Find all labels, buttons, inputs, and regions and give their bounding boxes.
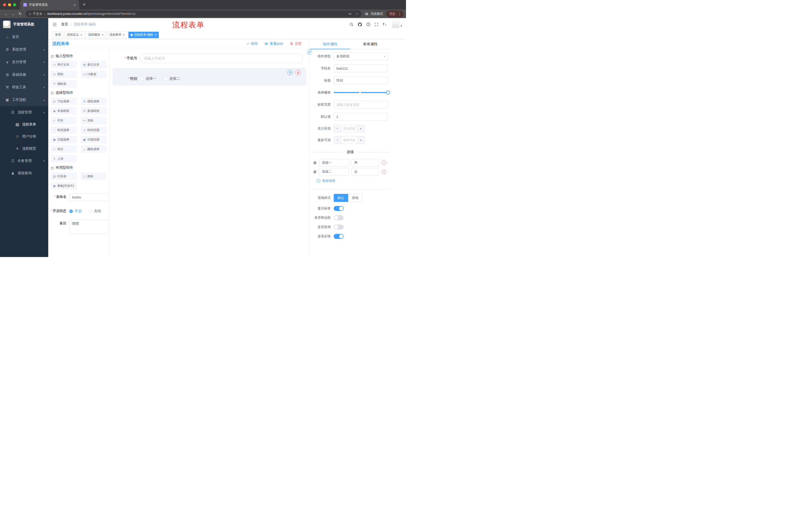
palette-item-switch[interactable]: ◐开关	[51, 117, 77, 124]
palette-item-color-picker[interactable]: ◒颜色选择	[81, 145, 107, 153]
avatar-caret-icon[interactable]: ▾	[401, 24, 402, 27]
browser-menu-icon[interactable]: ⋮	[398, 12, 402, 16]
drag-handle-icon[interactable]	[313, 161, 317, 165]
palette-item-select[interactable]: ◎下拉选择	[51, 98, 77, 105]
status-radio-on[interactable]: 开启	[69, 207, 82, 214]
with-border-toggle[interactable]	[334, 215, 344, 220]
status-radio-off[interactable]: 关闭	[89, 207, 101, 214]
option-style-default-button[interactable]: 默认	[334, 194, 348, 202]
update-button[interactable]: 更新 ⋮	[386, 10, 404, 17]
palette-item-checkbox-group[interactable]: ☑多选框组	[81, 107, 107, 115]
sidebar-item-workflow[interactable]: ▣ 工作流程 ▴	[0, 93, 48, 106]
decrease-button[interactable]: −	[334, 125, 341, 132]
font-size-button[interactable]: TT	[382, 22, 387, 27]
browser-tab[interactable]: 芋道管理系统 ×	[20, 0, 79, 9]
window-minimize-button[interactable]	[8, 3, 11, 6]
decrease-button[interactable]: −	[334, 137, 341, 143]
checkbox-option-one[interactable]: 选项一	[140, 77, 156, 81]
palette-item-time-range[interactable]: ◕时间范围	[81, 126, 107, 134]
window-zoom-button[interactable]	[13, 3, 16, 6]
url-text[interactable]: dashboard.yudao.iocoder.cn/bpm/manager/f…	[47, 12, 347, 16]
palette-item-date-picker[interactable]: ▦日期选择	[51, 136, 77, 143]
tag-process-model[interactable]: 流程模型 ×	[86, 32, 106, 38]
phone-input[interactable]	[140, 54, 303, 63]
password-key-icon[interactable]	[348, 12, 352, 16]
gender-field-block-selected[interactable]: *性别 选项一 选项二	[113, 68, 306, 85]
view-json-button[interactable]: 查看json	[264, 42, 283, 46]
palette-item-rate[interactable]: ☆评分	[51, 145, 77, 153]
github-button[interactable]	[357, 22, 362, 27]
form-name-input[interactable]	[69, 193, 109, 201]
security-label[interactable]: 不安全	[33, 12, 42, 16]
tag-process-definition[interactable]: 流程定义 ×	[64, 32, 85, 38]
option-label-input[interactable]	[319, 159, 349, 166]
form-grid-slider[interactable]	[334, 88, 388, 97]
remove-option-button[interactable]: −	[382, 160, 386, 165]
palette-item-button[interactable]: ▢按钮	[81, 172, 107, 180]
checkbox-box[interactable]	[164, 77, 167, 80]
docs-help-button[interactable]: ?	[366, 22, 371, 27]
address-bar[interactable]: ⚠ 不安全 | dashboard.yudao.iocoder.cn/bpm/m…	[26, 10, 361, 17]
link-badge[interactable]	[307, 50, 312, 55]
palette-item-counter[interactable]: 123计数器	[81, 71, 107, 78]
palette-item-editor[interactable]: ✎编辑器	[51, 80, 77, 87]
disabled-toggle[interactable]	[334, 224, 344, 229]
palette-item-time-picker[interactable]: ◔时间选择	[51, 126, 77, 134]
option-label-input[interactable]	[319, 168, 349, 175]
palette-item-table[interactable]: ▦表格[开发中]	[51, 182, 77, 190]
fullscreen-button[interactable]	[374, 22, 379, 27]
avatar[interactable]	[392, 21, 400, 28]
palette-item-single-line-text[interactable]: ▭单行文本	[51, 61, 77, 69]
palette-item-upload[interactable]: ↥上传	[51, 155, 77, 162]
show-label-toggle[interactable]	[334, 206, 344, 211]
tab-close-icon[interactable]: ×	[73, 3, 77, 7]
tag-process-form[interactable]: 流程表单 ×	[107, 32, 127, 38]
option-value-input[interactable]	[351, 159, 379, 166]
checkbox-option-two[interactable]: 选项二	[164, 77, 180, 81]
remove-option-button[interactable]: −	[382, 169, 386, 174]
search-button[interactable]	[349, 22, 354, 27]
slider-track[interactable]	[334, 92, 388, 93]
title-input[interactable]	[334, 77, 388, 84]
palette-item-radio-group[interactable]: ◉单选框组	[51, 107, 77, 115]
option-value-input[interactable]	[351, 168, 379, 175]
slider-handle[interactable]	[386, 90, 390, 94]
forward-button[interactable]: →	[9, 12, 17, 16]
palette-item-date-range[interactable]: ▩日期范围	[81, 136, 107, 143]
component-type-select[interactable]: 多选框组 ▾	[334, 52, 388, 60]
sidebar-item-infrastructure[interactable]: ⊞ 基础设施 ▾	[0, 69, 48, 81]
clear-button[interactable]: 清空	[290, 42, 302, 46]
sidebar-item-devtools[interactable]: ⚒ 研发工具 ▾	[0, 81, 48, 93]
tab-form-props[interactable]: 表单属性	[350, 39, 390, 49]
back-button[interactable]: ←	[2, 12, 9, 16]
drag-handle-icon[interactable]	[313, 170, 317, 174]
window-close-button[interactable]	[3, 3, 6, 6]
increase-button[interactable]: +	[357, 125, 364, 132]
palette-item-row-container[interactable]: ▥行容器	[51, 172, 77, 180]
delete-component-button[interactable]	[295, 70, 301, 75]
label-width-input[interactable]	[334, 101, 388, 109]
tag-close-icon[interactable]: ×	[102, 33, 104, 37]
reload-button[interactable]: ↻	[17, 11, 24, 16]
tag-home[interactable]: 首页	[53, 32, 63, 38]
tag-close-icon[interactable]: ×	[80, 33, 82, 37]
sidebar-item-home[interactable]: ⌂ 首页	[0, 31, 48, 43]
tab-component-props[interactable]: 组件属性	[310, 39, 350, 49]
required-toggle[interactable]	[334, 234, 344, 239]
checkbox-box[interactable]	[140, 77, 144, 80]
min-select-value[interactable]: 至少应选	[341, 125, 357, 132]
sidebar-item-process-form[interactable]: ▤ 流程表单	[0, 118, 48, 131]
palette-item-slider[interactable]: ⊶滑块	[81, 117, 107, 124]
palette-item-multi-line-text[interactable]: ▤多行文本	[81, 61, 107, 69]
bookmark-star-icon[interactable]: ☆	[355, 12, 358, 16]
tag-process-form-edit[interactable]: 流程表单-编辑 ×	[128, 32, 159, 38]
remark-textarea[interactable]: 嘿嘿	[69, 219, 109, 234]
sidebar-item-payment-management[interactable]: ¥ 支付管理 ▾	[0, 56, 48, 69]
sidebar-item-leave-query[interactable]: ♟ 请假查询	[0, 167, 48, 179]
palette-item-password[interactable]: ∗密码	[51, 71, 77, 78]
breadcrumb-home[interactable]: 首页	[61, 22, 68, 27]
sidebar-item-system-management[interactable]: ⚙ 系统管理 ▾	[0, 43, 48, 56]
option-style-button-button[interactable]: 按钮	[348, 194, 362, 202]
tag-close-icon[interactable]: ×	[155, 33, 157, 37]
sidebar-item-task-management[interactable]: ☷ 任务管理 ▾	[0, 155, 48, 167]
